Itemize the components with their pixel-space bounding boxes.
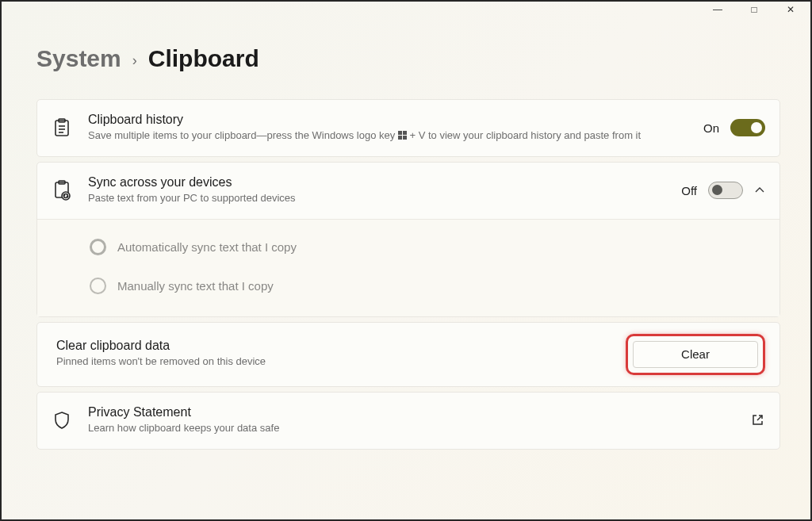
clipboard-history-title: Clipboard history [88,113,688,127]
svg-point-11 [62,192,70,200]
svg-rect-5 [398,131,402,135]
svg-rect-6 [403,131,407,135]
clipboard-sync-icon [52,180,72,201]
privacy-desc: Learn how clipboard keeps your data safe [88,421,735,436]
sync-title: Sync across your devices [88,175,665,190]
svg-rect-8 [403,136,407,140]
clear-title: Clear clipboard data [56,339,610,353]
sync-toggle[interactable] [708,182,743,199]
sync-control: Off [681,182,765,199]
clear-button[interactable]: Clear [633,341,758,368]
clipboard-history-text: Clipboard history Save multiple items to… [88,113,688,144]
sync-manual-label: Manually sync text that I copy [117,279,274,293]
clipboard-history-toggle[interactable] [730,119,765,136]
maximize-button[interactable]: □ [736,2,772,17]
minimize-button[interactable]: — [699,2,736,17]
clear-text: Clear clipboard data Pinned items won't … [56,339,610,370]
clear-row: Clear clipboard data Pinned items won't … [37,323,779,386]
clipboard-history-desc: Save multiple items to your clipboard—pr… [88,128,688,144]
svg-rect-7 [398,136,402,140]
breadcrumb: System › Clipboard [36,45,780,72]
external-link-icon [751,413,765,427]
sync-auto-option[interactable]: Automatically sync text that I copy [90,228,765,266]
sync-desc: Paste text from your PC to supported dev… [88,191,665,206]
sync-row[interactable]: Sync across your devices Paste text from… [37,163,779,219]
windows-logo-icon [398,131,407,140]
privacy-text: Privacy Statement Learn how clipboard ke… [88,405,735,436]
clear-control: Clear [626,334,765,375]
sync-card: Sync across your devices Paste text from… [36,162,780,317]
settings-content: System › Clipboard Clipboard history Sav… [2,2,810,470]
svg-rect-0 [56,121,68,136]
close-button[interactable]: ✕ [772,2,809,17]
privacy-row[interactable]: Privacy Statement Learn how clipboard ke… [37,393,779,449]
privacy-control [751,413,765,427]
chevron-up-icon[interactable] [754,185,765,196]
clipboard-icon [52,117,72,138]
privacy-title: Privacy Statement [88,405,735,419]
sync-options: Automatically sync text that I copy Manu… [37,219,779,316]
clear-card: Clear clipboard data Pinned items won't … [36,322,780,387]
clipboard-history-card: Clipboard history Save multiple items to… [36,99,780,157]
clipboard-history-toggle-label: On [703,121,719,135]
chevron-right-icon: › [132,52,137,69]
breadcrumb-current: Clipboard [148,45,259,72]
clear-desc: Pinned items won't be removed on this de… [56,354,610,370]
sync-auto-label: Automatically sync text that I copy [117,240,297,254]
clear-button-highlight: Clear [626,334,765,375]
clipboard-history-control: On [703,119,765,136]
sync-toggle-label: Off [681,184,697,197]
radio-icon [90,278,106,294]
clipboard-history-row[interactable]: Clipboard history Save multiple items to… [37,100,779,156]
shield-icon [52,410,72,431]
window-controls: — □ ✕ [699,2,809,17]
sync-text: Sync across your devices Paste text from… [88,175,665,206]
radio-icon [90,239,106,255]
privacy-card: Privacy Statement Learn how clipboard ke… [36,392,780,450]
sync-manual-option[interactable]: Manually sync text that I copy [90,266,765,305]
breadcrumb-parent[interactable]: System [36,45,121,72]
